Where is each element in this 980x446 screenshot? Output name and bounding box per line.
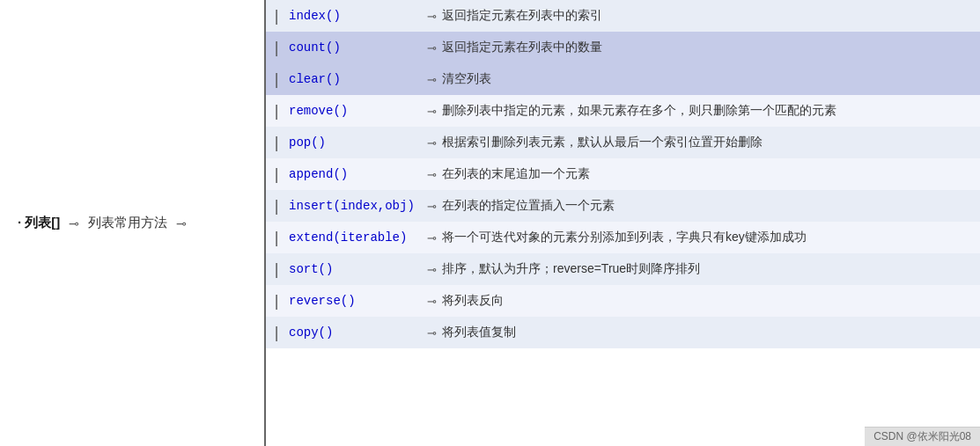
- branch-indicator: |: [266, 39, 285, 57]
- method-row: |count()⊸返回指定元素在列表中的数量: [266, 32, 980, 63]
- method-row: |index()⊸返回指定元素在列表中的索引: [266, 0, 980, 32]
- method-name: insert(index,obj): [285, 199, 422, 213]
- method-name: append(): [285, 167, 422, 181]
- footer-text: CSDN @依米阳光08: [873, 430, 971, 442]
- method-name: remove(): [285, 104, 422, 118]
- method-desc: 将列表反向: [442, 289, 980, 313]
- method-name: sort(): [285, 262, 422, 276]
- method-desc: 将一个可迭代对象的元素分别添加到列表，字典只有key键添加成功: [442, 225, 980, 250]
- method-row: |append()⊸在列表的末尾追加一个元素: [266, 158, 980, 190]
- method-name: reverse(): [285, 294, 422, 308]
- right-section: |index()⊸返回指定元素在列表中的索引|count()⊸返回指定元素在列表…: [264, 0, 980, 446]
- method-desc: 排序，默认为升序；reverse=True时则降序排列: [442, 257, 980, 281]
- method-arrow: ⊸: [427, 41, 437, 55]
- method-name: extend(iterable): [285, 230, 422, 245]
- branch-indicator: |: [266, 7, 285, 26]
- method-desc: 返回指定元素在列表中的索引: [442, 4, 980, 28]
- method-desc: 删除列表中指定的元素，如果元素存在多个，则只删除第一个匹配的元素: [442, 99, 980, 123]
- method-arrow: ⊸: [427, 136, 437, 150]
- method-row: |extend(iterable)⊸将一个可迭代对象的元素分别添加到列表，字典只…: [266, 222, 980, 253]
- method-desc: 返回指定元素在列表中的数量: [442, 35, 980, 60]
- branch-indicator: |: [266, 70, 285, 89]
- branch-indicator: |: [266, 229, 285, 247]
- left-arrow: ⊸: [69, 216, 79, 230]
- method-name: index(): [285, 9, 422, 23]
- method-row: |sort()⊸排序，默认为升序；reverse=True时则降序排列: [266, 253, 980, 285]
- method-row: |remove()⊸删除列表中指定的元素，如果元素存在多个，则只删除第一个匹配的…: [266, 95, 980, 127]
- branch-indicator: |: [266, 292, 285, 311]
- method-desc: 清空列表: [442, 67, 980, 91]
- method-name: clear(): [285, 72, 422, 86]
- method-arrow: ⊸: [427, 10, 437, 23]
- method-label: 列表常用方法: [88, 215, 167, 231]
- method-desc: 在列表的指定位置插入一个元素: [442, 194, 980, 218]
- method-row: |insert(index,obj)⊸在列表的指定位置插入一个元素: [266, 190, 980, 222]
- method-desc: 根据索引删除列表元素，默认从最后一个索引位置开始删除: [442, 130, 980, 155]
- method-arrow: ⊸: [427, 168, 437, 181]
- right-arrow: ⊸: [176, 216, 187, 230]
- method-row: |copy()⊸将列表值复制: [266, 317, 980, 348]
- method-row: |clear()⊸清空列表: [266, 63, 980, 95]
- method-arrow: ⊸: [427, 326, 437, 340]
- method-arrow: ⊸: [427, 73, 437, 86]
- branch-indicator: |: [266, 165, 285, 184]
- method-arrow: ⊸: [427, 231, 437, 245]
- branch-indicator: |: [266, 197, 285, 216]
- footer-bar: CSDN @依米阳光08: [865, 427, 980, 446]
- left-branch: · 列表[] ⊸ 列表常用方法 ⊸: [18, 215, 187, 231]
- method-desc: 在列表的末尾追加一个元素: [442, 162, 980, 186]
- method-name: copy(): [285, 325, 422, 340]
- branch-indicator: |: [266, 324, 285, 342]
- left-section: · 列表[] ⊸ 列表常用方法 ⊸: [0, 0, 264, 446]
- method-arrow: ⊸: [427, 263, 437, 276]
- method-arrow: ⊸: [427, 200, 437, 213]
- bracket-label: · 列表[]: [18, 215, 60, 231]
- method-name: count(): [285, 40, 422, 55]
- method-row: |reverse()⊸将列表反向: [266, 285, 980, 317]
- method-desc: 将列表值复制: [442, 320, 980, 345]
- method-arrow: ⊸: [427, 295, 437, 308]
- branch-indicator: |: [266, 260, 285, 279]
- main-container: · 列表[] ⊸ 列表常用方法 ⊸ |index()⊸返回指定元素在列表中的索引…: [0, 0, 980, 446]
- branch-indicator: |: [266, 134, 285, 152]
- method-name: pop(): [285, 135, 422, 150]
- method-arrow: ⊸: [427, 105, 437, 118]
- method-row: |pop()⊸根据索引删除列表元素，默认从最后一个索引位置开始删除: [266, 127, 980, 158]
- branch-indicator: |: [266, 102, 285, 121]
